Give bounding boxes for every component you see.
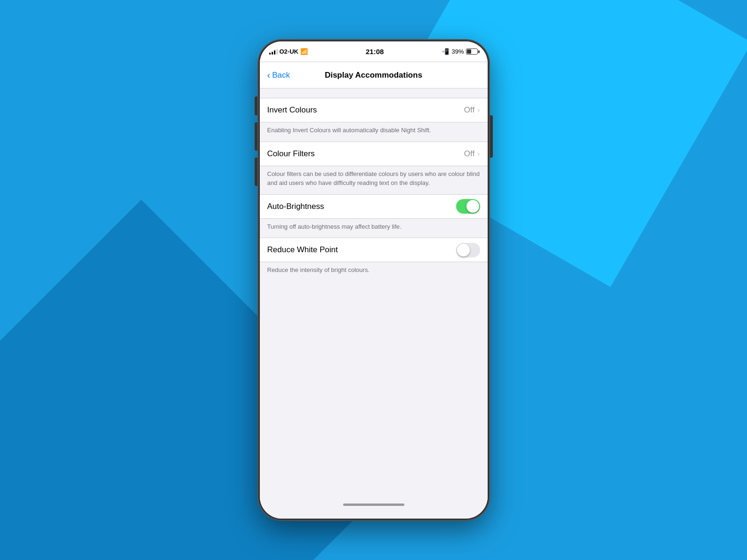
invert-colours-chevron-icon: › [477,106,480,114]
toggle-knob [466,200,479,213]
carrier-label: O2-UK [280,48,298,55]
status-left: O2-UK 📶 [269,48,308,55]
status-bar: O2-UK 📶 21:08 📲 39% [260,41,488,62]
invert-colours-label: Invert Colours [267,105,317,115]
navigation-bar: ‹ Back Display Accommodations [260,62,488,88]
invert-colours-description: Enabling Invert Colours will automatical… [260,122,488,142]
colour-filters-value-area: Off › [464,149,480,159]
home-bar [343,504,404,506]
auto-brightness-label: Auto-Brightness [267,202,324,211]
battery-percent: 39% [451,48,464,55]
auto-brightness-toggle[interactable] [456,199,480,214]
phone-device: O2-UK 📶 21:08 📲 39% ‹ Back Display Accom… [258,40,489,520]
toggle-knob-2 [457,244,470,256]
back-button[interactable]: ‹ Back [267,70,305,80]
colour-filters-description: Colour filters can be used to differenti… [260,166,488,194]
back-label: Back [272,71,290,80]
bottom-filler [260,281,488,376]
reduce-white-point-row: Reduce White Point [260,238,488,262]
page-title: Display Accommodations [305,71,442,80]
colour-filters-row[interactable]: Colour Filters Off › [260,142,488,166]
invert-colours-row[interactable]: Invert Colours Off › [260,98,488,122]
reduce-white-point-toggle[interactable] [456,243,480,257]
auto-brightness-description: Turning off auto-brightness may affect b… [260,219,488,238]
signal-bars-icon [269,49,278,55]
invert-colours-value: Off [464,105,474,115]
colour-filters-label: Colour Filters [267,149,315,159]
status-right: 📲 39% [442,48,478,55]
time-display: 21:08 [366,48,384,56]
section-gap-top [260,88,488,98]
battery-icon [466,48,478,55]
settings-content: Invert Colours Off › Enabling Invert Col… [260,88,488,490]
invert-colours-value-area: Off › [464,105,480,115]
colour-filters-value: Off [464,149,474,159]
reduce-white-point-label: Reduce White Point [267,245,338,255]
back-chevron-icon: ‹ [267,70,271,80]
reduce-white-point-description: Reduce the intensity of bright colours. [260,262,488,281]
colour-filters-chevron-icon: › [477,150,480,158]
auto-brightness-row: Auto-Brightness [260,194,488,219]
home-indicator [260,490,488,519]
wifi-icon: 📶 [300,48,308,55]
phone-screen: O2-UK 📶 21:08 📲 39% ‹ Back Display Accom… [258,40,489,520]
bluetooth-icon: 📲 [442,48,449,55]
